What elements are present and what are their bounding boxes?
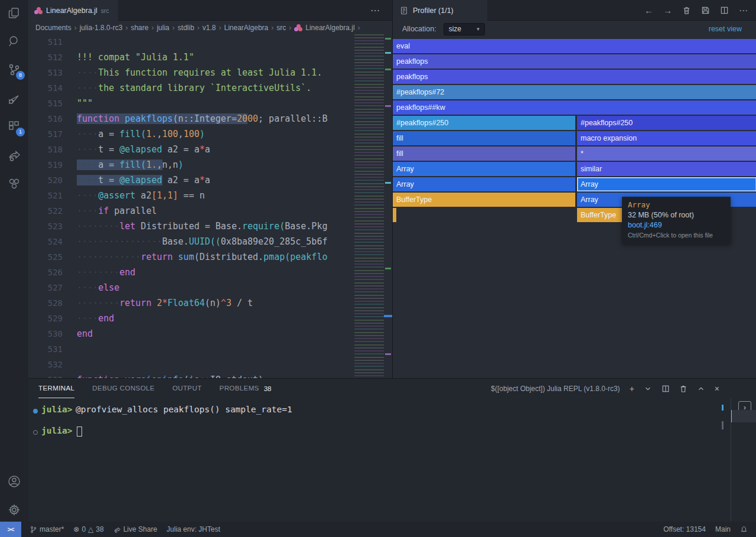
more-actions-icon[interactable]: ⋯ (739, 5, 748, 16)
allocation-label: Allocation: (402, 25, 436, 33)
flame-segment[interactable]: #peakflops#250 (393, 116, 575, 130)
breadcrumb-item[interactable]: LinearAlgebra.jl (305, 24, 354, 32)
run-debug-icon[interactable] (7, 92, 21, 106)
code-line: 513····This function requires at least J… (28, 65, 392, 80)
save-icon[interactable] (701, 6, 710, 15)
flame-segment[interactable]: eval (393, 39, 756, 53)
line-number: 514 (28, 80, 63, 96)
line-number: 528 (28, 295, 63, 311)
breadcrumb-item[interactable]: src (276, 24, 286, 32)
live-share-status-icon (113, 526, 121, 533)
flame-segment[interactable] (393, 208, 396, 222)
flame-segment[interactable]: Array (393, 162, 575, 176)
code-editor[interactable]: 511512!!! compat "Julia 1.1"513····This … (28, 34, 392, 378)
flame-segment[interactable]: peakflops (393, 54, 756, 69)
breadcrumb-item[interactable]: Documents (35, 24, 71, 32)
tab-debug-console[interactable]: DEBUG CONSOLE (92, 379, 155, 398)
remote-indicator[interactable]: >< (0, 522, 21, 537)
main-item[interactable]: Main (715, 525, 731, 533)
flame-segment[interactable]: #peakflops#72 (393, 85, 756, 99)
julia-prompt: julia> (41, 405, 72, 414)
back-icon[interactable]: ← (644, 5, 653, 15)
search-icon[interactable] (7, 34, 21, 48)
offset-item[interactable]: Offset: 13154 (663, 525, 706, 533)
flame-segment[interactable]: Array (577, 177, 756, 191)
kill-terminal-icon[interactable] (679, 385, 687, 393)
split-terminal-icon[interactable] (662, 385, 670, 393)
minimap[interactable] (354, 34, 384, 378)
repl-prompt-decoration (33, 430, 38, 435)
julia-icon[interactable] (7, 177, 21, 191)
flame-graph: evalpeakflopspeakflops#peakflops#72peakf… (393, 39, 756, 334)
breadcrumb-item[interactable]: share (131, 24, 148, 32)
source-control-icon[interactable]: 8 (7, 63, 21, 77)
line-number: 522 (28, 203, 63, 219)
code-line: 531 (28, 341, 392, 357)
line-number: 520 (28, 173, 63, 188)
new-terminal-icon[interactable]: + (630, 384, 634, 393)
flame-segment[interactable]: BufferType (393, 193, 575, 207)
tab-problems[interactable]: PROBLEMS (220, 379, 259, 398)
flame-segment[interactable]: peakflops##kw (393, 100, 756, 115)
settings-gear-icon[interactable] (7, 503, 21, 517)
code-line: 521····@assert a2[1,1] == n (28, 188, 392, 203)
tab-detail: src (101, 7, 109, 14)
flame-segment[interactable]: fill (393, 131, 575, 145)
code-line: 528········return 2*Float64(n)^3 / t (28, 295, 392, 311)
split-editor-icon[interactable] (720, 6, 729, 15)
panel-header-right: $([object Object]) Julia REPL (v1.8.0-rc… (491, 379, 719, 398)
terminal-cursor (77, 427, 82, 437)
breadcrumb-item[interactable]: julia-1.8.0-rc3 (80, 24, 123, 32)
problems-status-item[interactable]: ⊗ 0 △ 38 (73, 525, 103, 533)
terminal-list-selected-item[interactable] (731, 410, 756, 422)
code-line: 532 (28, 357, 392, 372)
tab-terminal[interactable]: TERMINAL (38, 379, 74, 398)
code-line: 518····t = @elapsed a2 = a*a (28, 142, 392, 157)
flame-segment[interactable]: similar (577, 162, 756, 176)
allocation-select[interactable]: size ▾ (444, 23, 485, 35)
tooltip-file-link[interactable]: boot.jl:469 (628, 221, 725, 229)
flame-segment[interactable]: peakflops (393, 70, 756, 84)
scm-badge: 8 (16, 71, 25, 80)
editor-more-actions-icon[interactable]: ⋯ (370, 5, 380, 16)
breadcrumb-item[interactable]: v1.8 (203, 24, 216, 32)
tab-output[interactable]: OUTPUT (172, 379, 202, 398)
trash-icon[interactable] (682, 6, 691, 15)
breadcrumb-item[interactable]: stdlib (178, 24, 194, 32)
terminal-scrollbar[interactable] (722, 421, 724, 429)
forward-icon[interactable]: → (663, 5, 672, 15)
explorer-icon[interactable] (7, 6, 21, 20)
branch-icon (30, 526, 37, 533)
breadcrumb-item[interactable]: LinearAlgebra (224, 24, 269, 32)
julia-env-item[interactable]: Julia env: JHTest (167, 525, 220, 533)
code-line: 524················Base.UUID((0x8ba89e20… (28, 234, 392, 249)
line-number: 531 (28, 341, 63, 357)
notifications-bell-icon[interactable] (740, 526, 748, 533)
breadcrumb-separator-icon: › (125, 24, 128, 32)
terminal-decoration-mark (722, 405, 724, 411)
breadcrumb[interactable]: Documents›julia-1.8.0-rc3›share›julia›st… (28, 21, 392, 34)
account-icon[interactable] (7, 474, 21, 489)
terminal-dropdown-icon[interactable] (644, 385, 652, 393)
terminal-line: julia> (28, 426, 678, 440)
git-branch-item[interactable]: master* (30, 525, 64, 533)
live-share-icon[interactable] (7, 148, 21, 162)
close-panel-icon[interactable]: × (715, 384, 719, 393)
flame-segment[interactable]: macro expansion (577, 131, 756, 145)
file-icon (400, 6, 408, 15)
breadcrumb-item[interactable]: julia (157, 24, 169, 32)
tab-linearalgebra[interactable]: LinearAlgebra.jl src (28, 0, 118, 21)
live-share-status-item[interactable]: Live Share (113, 525, 157, 533)
reset-view-link[interactable]: reset view (709, 25, 742, 33)
extensions-icon[interactable]: 1 (7, 119, 21, 134)
profiler-actions: ← → ⋯ (644, 0, 748, 21)
maximize-panel-icon[interactable] (697, 385, 705, 393)
tooltip-frame-name: Array (628, 200, 725, 209)
terminal-panel: TERMINAL DEBUG CONSOLE OUTPUT PROBLEMS 3… (28, 378, 756, 522)
tab-profiler[interactable]: Profiler (1/1) (393, 0, 487, 21)
flame-segment[interactable]: * (577, 147, 756, 161)
breadcrumb-separator-icon: › (219, 24, 221, 32)
flame-segment[interactable]: #peakflops#250 (577, 116, 756, 130)
flame-segment[interactable]: Array (393, 177, 575, 191)
flame-segment[interactable]: fill (393, 147, 575, 161)
